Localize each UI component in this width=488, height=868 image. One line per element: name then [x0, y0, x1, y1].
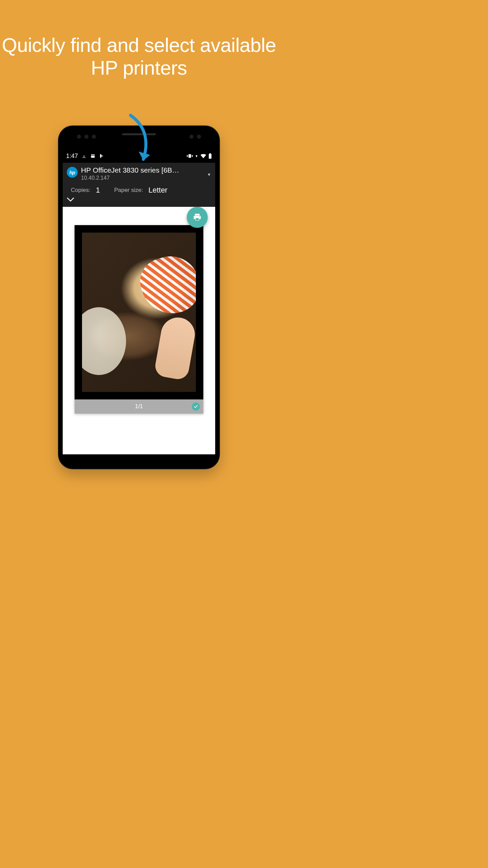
print-preview-area: 1/1 — [63, 207, 215, 414]
printer-icon — [192, 213, 202, 222]
dropdown-caret-icon: ▼ — [207, 172, 211, 177]
phone-sensors-right — [189, 135, 201, 139]
pointer-arrow — [124, 114, 154, 168]
phone-sensors-left — [77, 135, 96, 139]
calendar-icon — [90, 153, 96, 159]
expand-options-button[interactable] — [67, 196, 211, 205]
paper-size-value[interactable]: Letter — [148, 186, 167, 195]
preview-photo — [82, 233, 196, 392]
marketing-headline: Quickly find and select available HP pri… — [0, 34, 278, 79]
paper-size-label: Paper size: — [114, 187, 143, 194]
print-button[interactable] — [187, 207, 208, 228]
printer-ip: 10.40.2.147 — [81, 175, 202, 181]
page-selected-check-icon[interactable] — [192, 402, 200, 411]
wifi-icon — [200, 154, 206, 158]
copies-label: Copies: — [71, 187, 90, 194]
status-time: 1:47 — [66, 153, 78, 160]
battery-icon — [208, 153, 212, 159]
preview-page[interactable]: 1/1 — [75, 225, 203, 414]
phone-frame: 1:47 ▼ — [59, 126, 219, 469]
download-icon — [81, 153, 87, 159]
hp-logo-icon: hp — [67, 167, 78, 178]
vibrate-icon — [187, 154, 193, 158]
copies-value[interactable]: 1 — [96, 186, 100, 195]
printer-dropdown[interactable]: hp HP OfficeJet 3830 series [6B… 10.40.2… — [67, 166, 211, 181]
svg-rect-1 — [209, 154, 211, 159]
svg-rect-0 — [188, 154, 191, 158]
caret-down-icon: ▼ — [195, 154, 198, 158]
play-protect-icon — [99, 153, 104, 159]
printer-selection-bar: hp HP OfficeJet 3830 series [6B… 10.40.2… — [63, 163, 215, 207]
svg-rect-2 — [209, 153, 211, 154]
page-indicator: 1/1 — [135, 403, 143, 410]
phone-screen: 1:47 ▼ — [63, 149, 215, 454]
phone-bottom-bezel — [59, 454, 219, 469]
